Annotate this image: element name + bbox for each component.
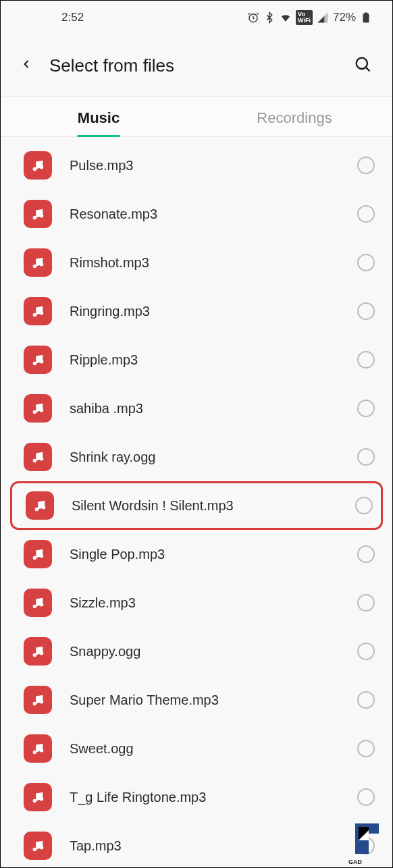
svg-point-22 <box>33 605 37 609</box>
music-note-icon <box>30 255 45 270</box>
svg-point-24 <box>33 653 37 657</box>
search-icon <box>353 55 372 74</box>
music-note-icon <box>30 401 45 416</box>
svg-point-23 <box>40 603 44 607</box>
radio-select[interactable] <box>357 302 375 320</box>
svg-point-7 <box>40 214 44 218</box>
file-name: Sweet.ogg <box>70 741 357 757</box>
page-title: Select from files <box>49 55 353 76</box>
list-item[interactable]: Single Pop.mp3 <box>1 530 392 578</box>
file-list[interactable]: Pulse.mp3Resonate.mp3Rimshot.mp3Ringring… <box>1 137 392 868</box>
list-item[interactable]: Sweet.ogg <box>1 724 392 773</box>
music-file-icon <box>24 151 52 180</box>
svg-point-28 <box>33 751 37 755</box>
music-file-icon <box>24 686 52 714</box>
music-note-icon <box>30 693 45 707</box>
search-button[interactable] <box>353 55 372 76</box>
svg-point-33 <box>40 846 44 850</box>
tab-music[interactable]: Music <box>1 97 196 136</box>
file-name: Ripple.mp3 <box>70 352 357 368</box>
list-item[interactable]: Sizzle.mp3 <box>1 578 392 627</box>
battery-percent: 72% <box>333 11 356 24</box>
svg-point-8 <box>33 265 37 269</box>
file-name: Super Mario Theme.mp3 <box>70 693 357 708</box>
music-note-icon <box>30 644 45 659</box>
svg-point-10 <box>33 313 37 317</box>
list-item[interactable]: Super Mario Theme.mp3 <box>1 676 392 724</box>
radio-select[interactable] <box>357 351 375 369</box>
file-name: Silent Wordsin ! Silent.mp3 <box>72 498 355 514</box>
tabs: Music Recordings <box>1 97 392 137</box>
svg-point-16 <box>33 459 37 463</box>
watermark: GAD <box>325 813 392 867</box>
radio-select[interactable] <box>357 594 375 612</box>
status-bar: 2:52 VoWiFi 72% <box>1 1 392 34</box>
music-file-icon <box>26 491 54 520</box>
music-file-icon <box>24 540 52 568</box>
music-note-icon <box>30 547 45 562</box>
list-item[interactable]: Silent Wordsin ! Silent.mp3 <box>10 481 383 530</box>
music-file-icon <box>24 394 52 423</box>
svg-point-32 <box>33 848 37 852</box>
file-name: Rimshot.mp3 <box>70 255 357 271</box>
file-name: Sizzle.mp3 <box>70 595 357 611</box>
svg-point-15 <box>40 408 44 412</box>
radio-select[interactable] <box>357 157 375 174</box>
list-item[interactable]: Ripple.mp3 <box>1 335 392 384</box>
svg-point-5 <box>40 165 44 169</box>
list-item[interactable]: Ringring.mp3 <box>1 287 392 335</box>
svg-point-29 <box>40 749 44 753</box>
tab-recordings[interactable]: Recordings <box>196 97 392 136</box>
list-item[interactable]: Shrink ray.ogg <box>1 433 392 481</box>
list-item[interactable]: Resonate.mp3 <box>1 190 392 238</box>
list-item[interactable]: Pulse.mp3 <box>1 141 392 190</box>
svg-point-27 <box>40 700 44 704</box>
list-item[interactable]: sahiba .mp3 <box>1 384 392 433</box>
radio-select[interactable] <box>357 205 375 223</box>
music-file-icon <box>24 443 52 471</box>
back-button[interactable] <box>20 57 33 74</box>
radio-select[interactable] <box>357 400 375 417</box>
file-name: T_g Life Ringtone.mp3 <box>70 790 357 805</box>
chevron-left-icon <box>20 57 33 71</box>
svg-rect-1 <box>363 13 369 23</box>
list-item[interactable]: Rimshot.mp3 <box>1 238 392 287</box>
radio-select[interactable] <box>357 448 375 466</box>
radio-select[interactable] <box>357 545 375 563</box>
svg-point-19 <box>42 506 46 510</box>
music-file-icon <box>24 734 52 763</box>
music-note-icon <box>30 450 45 464</box>
file-name: Pulse.mp3 <box>70 158 357 173</box>
music-file-icon <box>24 783 52 811</box>
music-note-icon <box>30 595 45 610</box>
svg-point-14 <box>33 410 37 414</box>
music-file-icon <box>24 589 52 617</box>
music-note-icon <box>30 741 45 756</box>
music-file-icon <box>24 832 52 860</box>
svg-point-6 <box>33 216 37 220</box>
radio-select[interactable] <box>357 643 375 660</box>
list-item[interactable]: Snappy.ogg <box>1 627 392 676</box>
svg-point-3 <box>357 58 367 69</box>
svg-text:GAD: GAD <box>348 859 363 865</box>
radio-select[interactable] <box>355 497 373 514</box>
music-file-icon <box>24 297 52 325</box>
file-name: Single Pop.mp3 <box>70 547 357 562</box>
music-note-icon <box>30 790 45 805</box>
file-name: sahiba .mp3 <box>70 401 357 416</box>
radio-select[interactable] <box>357 740 375 757</box>
svg-point-13 <box>40 360 44 364</box>
svg-point-21 <box>40 554 44 558</box>
status-icons: VoWiFi 72% <box>247 10 372 25</box>
radio-select[interactable] <box>357 691 375 709</box>
music-note-icon <box>30 352 45 367</box>
file-name: Snappy.ogg <box>70 644 357 659</box>
svg-point-20 <box>33 556 37 560</box>
music-note-icon <box>30 304 45 319</box>
music-note-icon <box>30 158 45 173</box>
radio-select[interactable] <box>357 254 375 271</box>
radio-select[interactable] <box>357 788 375 806</box>
battery-icon <box>360 11 372 24</box>
music-file-icon <box>24 637 52 666</box>
svg-point-18 <box>35 508 39 512</box>
